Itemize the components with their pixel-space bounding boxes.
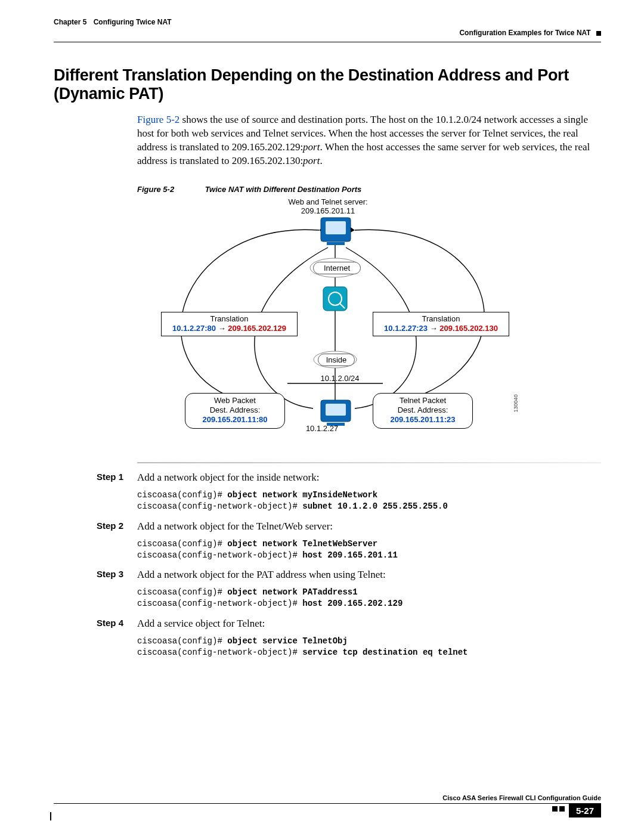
- header-left: Chapter 5 Configuring Twice NAT: [54, 18, 172, 26]
- packet-right-addr: 209.165.201.11:23: [390, 415, 455, 424]
- figure-reference-link[interactable]: Figure 5-2: [137, 114, 179, 125]
- translation-left-title: Translation: [210, 314, 249, 323]
- footer-tick: [50, 812, 51, 820]
- step-label: Step 4: [54, 618, 137, 630]
- chapter-title: Configuring Twice NAT: [94, 18, 172, 26]
- footer-square-icon: [559, 806, 565, 812]
- step-description: Add a service object for Telnet:: [137, 618, 265, 630]
- firewall-icon: [323, 287, 347, 311]
- footer-row: 5-27: [54, 803, 601, 817]
- code-command: subnet 10.1.2.0 255.255.255.0: [302, 501, 448, 511]
- translation-left-dst: 209.165.202.129: [228, 324, 286, 333]
- running-header: Chapter 5 Configuring Twice NAT Configur…: [54, 18, 601, 42]
- packet-left-title: Web Packet: [214, 396, 256, 405]
- server-icon: [321, 218, 351, 245]
- code-command: service tcp destination eq telnet: [302, 648, 467, 657]
- step-row: Step 4Add a service object for Telnet:: [54, 618, 601, 630]
- code-prompt: ciscoasa(config)#: [137, 539, 227, 549]
- arrow-icon: →: [430, 324, 440, 333]
- steps-list: Step 1Add a network object for the insid…: [54, 472, 601, 658]
- page-footer: Cisco ASA Series Firewall CLI Configurat…: [54, 794, 601, 817]
- translation-right-title: Translation: [422, 314, 460, 323]
- code-prompt: ciscoasa(config)#: [137, 636, 227, 646]
- translation-right-src: 10.1.2.27:23: [384, 324, 428, 333]
- code-command: object network PATaddress1: [227, 587, 357, 597]
- code-prompt: ciscoasa(config-network-object)#: [137, 501, 302, 511]
- figure-caption: Figure 5-2 Twice NAT with Different Dest…: [137, 185, 601, 194]
- packet-right-destlabel: Dest. Address:: [398, 405, 448, 414]
- code-prompt: ciscoasa(config-network-object)#: [137, 648, 302, 657]
- subnet-label: 10.1.2.0/24: [310, 374, 370, 383]
- code-command: host 209.165.202.129: [302, 599, 402, 608]
- code-prompt: ciscoasa(config-network-object)#: [137, 550, 302, 560]
- code-block: ciscoasa(config)# object network TelnetW…: [137, 538, 601, 561]
- host-icon: [321, 400, 351, 426]
- intro-tail: .: [320, 155, 322, 166]
- section-heading: Different Translation Depending on the D…: [54, 66, 601, 103]
- footer-book-title: Cisco ASA Series Firewall CLI Configurat…: [54, 794, 601, 801]
- step-description: Add a network object for the Telnet/Web …: [137, 521, 333, 532]
- chapter-number: Chapter 5: [54, 18, 86, 26]
- section-path: Configuration Examples for Twice NAT: [459, 29, 590, 37]
- step-description: Add a network object for the inside netw…: [137, 472, 319, 484]
- page: Chapter 5 Configuring Twice NAT Configur…: [0, 0, 644, 833]
- packet-left-addr: 209.165.201.11:80: [202, 415, 267, 424]
- step-label: Step 2: [54, 521, 137, 532]
- step-label: Step 1: [54, 472, 137, 484]
- code-command: object network TelnetWebServer: [227, 539, 377, 549]
- code-block: ciscoasa(config)# object service TelnetO…: [137, 636, 601, 658]
- step-row: Step 3Add a network object for the PAT a…: [54, 569, 601, 581]
- header-right: Configuration Examples for Twice NAT: [459, 29, 601, 37]
- translation-right-dst: 209.165.202.130: [439, 324, 498, 333]
- step-row: Step 2Add a network object for the Telne…: [54, 521, 601, 532]
- footer-square-icon: [552, 806, 558, 812]
- server-label: Web and Telnet server: 209.165.201.11: [262, 197, 394, 216]
- svg-rect-11: [326, 404, 346, 416]
- translation-left-src: 10.1.2.27:80: [172, 324, 216, 333]
- step-row: Step 1Add a network object for the insid…: [54, 472, 601, 484]
- figure-diagram: Web and Telnet server: 209.165.201.11 In…: [149, 197, 519, 454]
- translation-box-right: Translation 10.1.2.27:23 → 209.165.202.1…: [373, 312, 509, 337]
- port-word-2: port: [303, 155, 320, 166]
- packet-right-title: Telnet Packet: [400, 396, 446, 405]
- server-label-line1: Web and Telnet server:: [288, 197, 367, 206]
- svg-rect-6: [327, 242, 345, 245]
- code-prompt: ciscoasa(config)#: [137, 587, 227, 597]
- step-label: Step 3: [54, 569, 137, 581]
- figure-id: 130040: [513, 394, 519, 412]
- code-command: object network myInsideNetwork: [227, 490, 377, 500]
- header-square-icon: [596, 31, 601, 36]
- packet-box-left: Web Packet Dest. Address: 209.165.201.11…: [185, 393, 285, 429]
- figure-title: Twice NAT with Different Destination Por…: [205, 185, 362, 194]
- separator-rule: [137, 462, 601, 463]
- intro-paragraph: Figure 5-2 shows the use of source and d…: [137, 113, 601, 168]
- translation-box-left: Translation 10.1.2.27:80 → 209.165.202.1…: [161, 312, 298, 337]
- code-command: host 209.165.201.11: [302, 550, 398, 560]
- port-word-1: port: [303, 141, 320, 153]
- code-block: ciscoasa(config)# object network myInsid…: [137, 490, 601, 512]
- arrow-icon: →: [218, 324, 228, 333]
- figure-label: Figure 5-2: [137, 185, 203, 194]
- step-description: Add a network object for the PAT address…: [137, 569, 386, 581]
- inside-label: Inside: [318, 354, 355, 367]
- code-block: ciscoasa(config)# object network PATaddr…: [137, 587, 601, 609]
- code-prompt: ciscoasa(config-network-object)#: [137, 599, 302, 608]
- svg-rect-5: [326, 221, 346, 234]
- packet-box-right: Telnet Packet Dest. Address: 209.165.201…: [373, 393, 473, 429]
- packet-left-destlabel: Dest. Address:: [210, 405, 261, 414]
- code-command: object service TelnetObj: [227, 636, 348, 646]
- code-prompt: ciscoasa(config)#: [137, 490, 227, 500]
- server-ip: 209.165.201.11: [301, 206, 355, 215]
- host-label: 10.1.2.27: [298, 424, 346, 433]
- footer-page-number: 5-27: [569, 804, 601, 817]
- internet-label: Internet: [313, 262, 361, 275]
